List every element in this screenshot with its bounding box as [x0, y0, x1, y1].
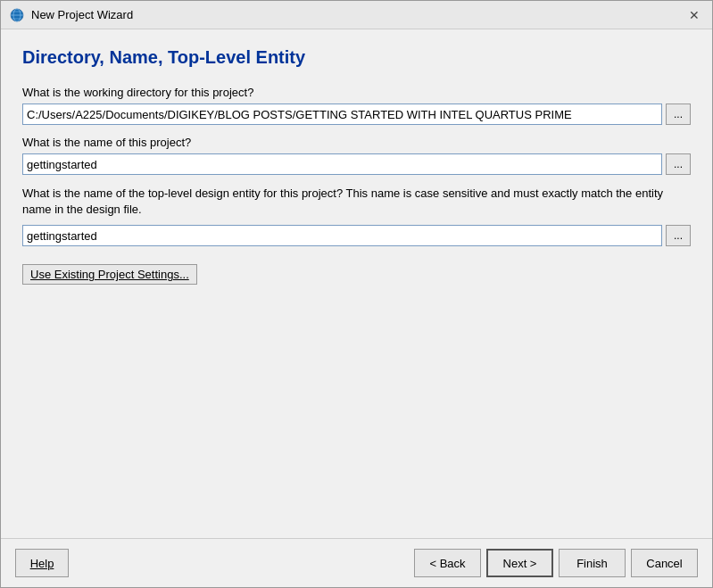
toplevel-input-row: ... — [22, 225, 691, 246]
directory-input[interactable] — [22, 104, 662, 125]
name-input-row: ... — [22, 153, 691, 175]
back-button[interactable]: < Back — [414, 549, 481, 577]
footer-right: < Back Next > Finish Cancel — [414, 549, 698, 577]
help-button[interactable]: Help — [15, 549, 69, 577]
footer-left: Help — [15, 549, 69, 577]
content-area: Directory, Name, Top-Level Entity What i… — [1, 29, 712, 538]
toplevel-browse-button[interactable]: ... — [666, 225, 691, 246]
name-group: What is the name of this project? ... — [22, 136, 691, 175]
app-icon — [10, 8, 24, 22]
name-input[interactable] — [22, 153, 662, 175]
wizard-window: New Project Wizard ✕ Directory, Name, To… — [0, 0, 713, 588]
next-button[interactable]: Next > — [486, 549, 553, 577]
window-title: New Project Wizard — [31, 8, 133, 21]
toplevel-group: What is the name of the top-level design… — [22, 186, 691, 246]
use-existing-button[interactable]: Use Existing Project Settings... — [22, 264, 197, 285]
name-browse-button[interactable]: ... — [666, 153, 691, 175]
footer: Help < Back Next > Finish Cancel — [1, 538, 712, 587]
toplevel-label: What is the name of the top-level design… — [22, 186, 691, 218]
title-bar: New Project Wizard ✕ — [1, 1, 712, 29]
toplevel-input[interactable] — [22, 225, 662, 246]
close-button[interactable]: ✕ — [685, 6, 703, 24]
title-bar-left: New Project Wizard — [10, 8, 133, 22]
cancel-button[interactable]: Cancel — [631, 549, 698, 577]
directory-input-row: ... — [22, 104, 691, 125]
directory-group: What is the working directory for this p… — [22, 86, 691, 125]
use-existing-group: Use Existing Project Settings... — [22, 257, 691, 285]
page-title: Directory, Name, Top-Level Entity — [22, 47, 691, 68]
content-spacer — [22, 285, 691, 520]
directory-label: What is the working directory for this p… — [22, 86, 691, 99]
name-label: What is the name of this project? — [22, 136, 691, 149]
directory-browse-button[interactable]: ... — [666, 104, 691, 125]
finish-button[interactable]: Finish — [559, 549, 626, 577]
